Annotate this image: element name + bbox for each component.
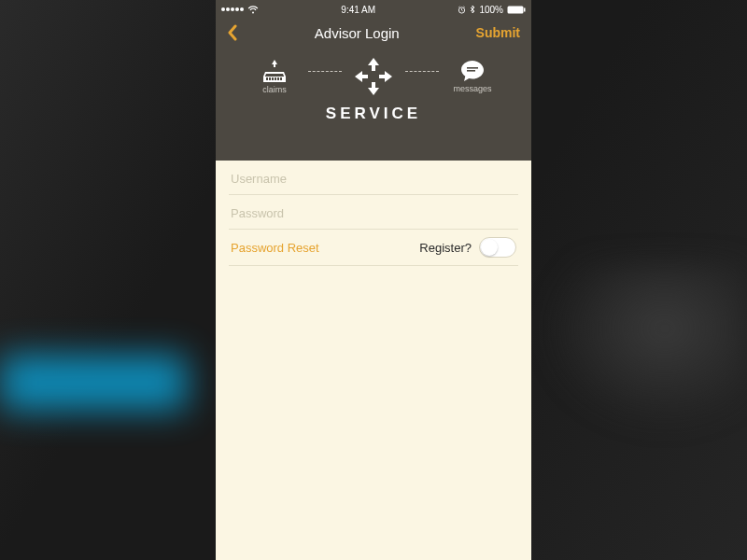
- battery-percent: 100%: [479, 5, 503, 15]
- status-right: 100%: [458, 5, 526, 15]
- arrows-converge-icon: [351, 54, 396, 99]
- toggle-knob-icon: [481, 239, 498, 256]
- chevron-left-icon: [227, 24, 238, 41]
- messages-icon: [460, 60, 485, 82]
- register-wrap: Register?: [419, 237, 516, 258]
- service-title: SERVICE: [216, 105, 531, 123]
- svg-rect-7: [277, 77, 279, 80]
- bluetooth-icon: [470, 5, 475, 14]
- svg-rect-5: [272, 77, 274, 80]
- messages-label: messages: [453, 84, 491, 93]
- reset-register-row: Password Reset Register?: [229, 230, 518, 266]
- back-button[interactable]: [227, 24, 238, 41]
- svg-rect-6: [275, 77, 276, 80]
- background-accent: [0, 355, 187, 411]
- register-toggle[interactable]: [479, 237, 516, 258]
- messages-item: messages: [444, 60, 500, 93]
- submit-button[interactable]: Submit: [476, 25, 520, 40]
- claims-icon: [261, 59, 288, 83]
- background-right-glow: [542, 261, 747, 429]
- password-input[interactable]: [231, 206, 516, 220]
- connector-line: [308, 71, 342, 72]
- username-input[interactable]: [231, 172, 516, 186]
- status-bar: 9:41 AM 100%: [216, 0, 531, 17]
- svg-rect-3: [266, 77, 268, 80]
- register-label: Register?: [419, 241, 472, 255]
- claims-item: claims: [247, 59, 303, 94]
- svg-rect-2: [524, 7, 526, 11]
- connector-line: [405, 71, 439, 72]
- status-time: 9:41 AM: [341, 5, 375, 15]
- username-field-wrap: [229, 161, 518, 195]
- service-center-item: [347, 54, 400, 99]
- svg-rect-4: [269, 77, 271, 80]
- svg-rect-9: [467, 67, 478, 69]
- svg-rect-10: [467, 70, 475, 72]
- nav-bar: Advisor Login Submit: [216, 17, 531, 45]
- page-title: Advisor Login: [315, 25, 400, 41]
- password-field-wrap: [229, 195, 518, 230]
- alarm-icon: [458, 6, 466, 14]
- battery-icon: [507, 6, 526, 14]
- svg-rect-8: [280, 77, 282, 80]
- header-section: 9:41 AM 100% Advisor Login Submit: [216, 0, 531, 161]
- login-form: Password Reset Register?: [216, 161, 531, 266]
- wifi-icon: [247, 6, 259, 14]
- svg-rect-1: [508, 6, 524, 13]
- claims-label: claims: [262, 85, 287, 94]
- status-left: [221, 6, 259, 14]
- password-reset-link[interactable]: Password Reset: [231, 241, 319, 255]
- signal-dots-icon: [221, 7, 244, 11]
- service-icons-row: claims messages: [216, 54, 531, 99]
- phone-screen: 9:41 AM 100% Advisor Login Submit: [216, 0, 531, 560]
